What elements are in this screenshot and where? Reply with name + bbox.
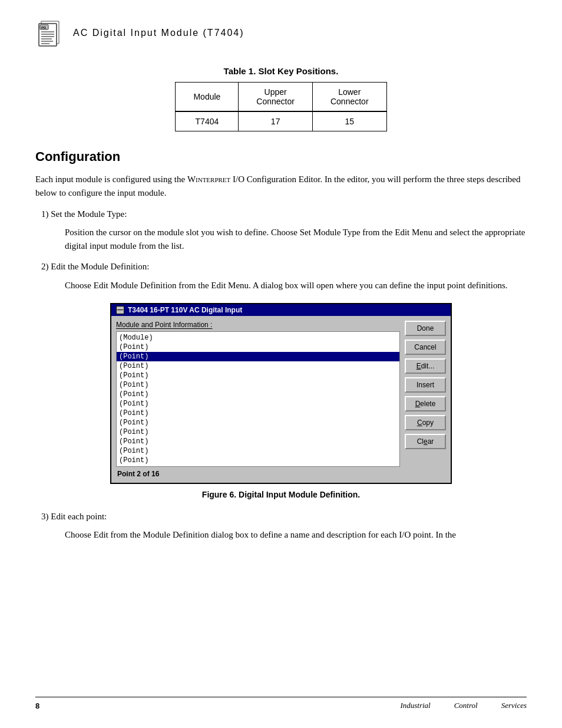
list-item[interactable]: (Point): [117, 409, 399, 418]
configuration-section: Configuration Each input module is confi…: [35, 149, 527, 542]
footer-col2: Control: [454, 701, 478, 710]
page-title: AC Digital Input Module (T7404): [73, 28, 244, 38]
list-item[interactable]: (Point): [117, 427, 399, 437]
col-module: Module: [176, 83, 239, 112]
list-item[interactable]: (Point): [117, 456, 399, 465]
insert-button[interactable]: Insert: [405, 377, 446, 393]
dialog-buttons: Done Cancel Edit... Insert Delete Copy C…: [405, 321, 446, 478]
copy-button[interactable]: Copy: [405, 415, 446, 430]
list-item[interactable]: (Point): [117, 380, 399, 390]
dialog-list[interactable]: (Module) (Point) (Point) (Point) (Point)…: [116, 331, 400, 467]
dialog-box: — T3404 16-PT 110V AC Digital Input Modu…: [110, 303, 452, 484]
footer-right: Industrial Control Services: [400, 701, 527, 710]
done-button[interactable]: Done: [405, 321, 446, 336]
step2-label: 2) Edit the Module Definition:: [41, 260, 527, 274]
svg-text:PD: PD: [41, 26, 47, 29]
list-item[interactable]: (Point): [117, 465, 399, 467]
step2-text: Choose Edit Module Definition from the E…: [65, 279, 527, 292]
figure-caption: Figure 6. Digital Input Module Definitio…: [35, 490, 527, 499]
clear-button[interactable]: Clear: [405, 434, 446, 449]
dialog-module-label: Module and Point Information :: [116, 321, 400, 329]
dialog-left-panel: Module and Point Information : (Module) …: [116, 321, 400, 478]
step1-label: 1) Set the Module Type:: [41, 207, 527, 221]
list-item[interactable]: (Point): [117, 390, 399, 399]
list-item[interactable]: (Point): [117, 371, 399, 380]
delete-button[interactable]: Delete: [405, 396, 446, 411]
slot-key-table: Module UpperConnector LowerConnector T74…: [175, 82, 386, 131]
table-row: T7404 17 15: [176, 111, 386, 131]
dialog-title: T3404 16-PT 110V AC Digital Input: [128, 306, 242, 314]
footer-col1: Industrial: [400, 701, 430, 710]
dialog-close-button[interactable]: —: [116, 306, 124, 314]
configuration-intro: Each input module is configured using th…: [35, 173, 527, 200]
list-item[interactable]: (Point): [117, 446, 399, 456]
cell-module: T7404: [176, 111, 239, 131]
table-section: Table 1. Slot Key Positions. Module Uppe…: [35, 66, 527, 131]
col-lower-connector: LowerConnector: [312, 83, 386, 112]
footer: 8 Industrial Control Services: [35, 697, 527, 710]
col-upper-connector: UpperConnector: [239, 83, 313, 112]
list-item-selected[interactable]: (Point): [117, 352, 399, 361]
step3-label: 3) Edit each point:: [41, 510, 527, 523]
header: PD AC Digital Input Module (T7404): [35, 18, 527, 48]
list-item[interactable]: (Point): [117, 361, 399, 371]
document-icon: PD: [35, 18, 66, 48]
configuration-heading: Configuration: [35, 149, 527, 164]
dialog-body: Module and Point Information : (Module) …: [111, 316, 451, 483]
list-item[interactable]: (Point): [117, 418, 399, 427]
cancel-button[interactable]: Cancel: [405, 340, 446, 355]
dialog-wrapper: — T3404 16-PT 110V AC Digital Input Modu…: [35, 303, 527, 484]
edit-button[interactable]: Edit...: [405, 358, 446, 374]
dialog-titlebar: — T3404 16-PT 110V AC Digital Input: [111, 304, 451, 316]
cell-lower: 15: [312, 111, 386, 131]
step3-text: Choose Edit from the Module Definition d…: [65, 528, 527, 542]
list-item[interactable]: (Point): [117, 437, 399, 446]
dialog-status: Point 2 of 16: [116, 470, 400, 478]
table-caption: Table 1. Slot Key Positions.: [35, 66, 527, 76]
cell-upper: 17: [239, 111, 313, 131]
footer-col3: Services: [501, 701, 527, 710]
page: PD AC Digital Input Module (T7404) Table…: [0, 0, 562, 728]
list-item[interactable]: (Module): [117, 333, 399, 342]
footer-page-number: 8: [35, 701, 39, 710]
step1-text: Position the cursor on the module slot y…: [65, 226, 527, 253]
list-item[interactable]: (Point): [117, 342, 399, 352]
list-item[interactable]: (Point): [117, 399, 399, 409]
